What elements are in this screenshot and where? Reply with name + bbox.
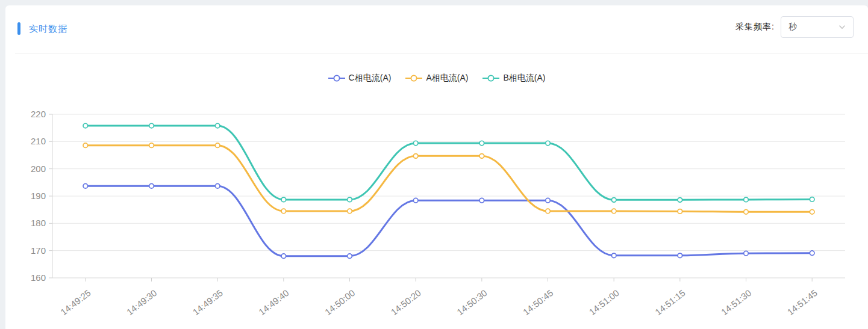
data-point-marker[interactable] — [611, 253, 616, 258]
series-line — [86, 186, 812, 256]
data-point-marker[interactable] — [215, 183, 220, 188]
y-axis-label: 190 — [31, 191, 46, 201]
data-point-marker[interactable] — [215, 143, 220, 148]
data-point-marker[interactable] — [810, 251, 814, 256]
data-point-marker[interactable] — [149, 183, 154, 188]
data-point-marker[interactable] — [678, 253, 682, 258]
x-axis-label: 14:50:20 — [389, 287, 423, 317]
x-axis-label: 14:49:25 — [58, 287, 92, 317]
y-axis-label: 170 — [31, 245, 46, 256]
data-point-marker[interactable] — [348, 254, 352, 259]
data-point-marker[interactable] — [744, 209, 749, 214]
data-point-marker[interactable] — [611, 209, 616, 214]
data-point-marker[interactable] — [413, 154, 418, 159]
data-point-marker[interactable] — [479, 141, 484, 146]
data-point-marker[interactable] — [744, 197, 749, 202]
data-point-marker[interactable] — [611, 198, 616, 203]
x-axis-label: 14:51:30 — [719, 287, 753, 317]
x-axis-label: 14:49:30 — [125, 287, 158, 317]
data-point-marker[interactable] — [149, 123, 154, 128]
data-point-marker[interactable] — [546, 198, 551, 203]
data-point-marker[interactable] — [810, 197, 814, 202]
data-point-marker[interactable] — [479, 198, 484, 203]
page: { "header": { "title": "实时数据", "frequenc… — [0, 0, 868, 329]
data-point-marker[interactable] — [281, 209, 286, 214]
data-point-marker[interactable] — [83, 143, 88, 148]
data-point-marker[interactable] — [744, 251, 749, 256]
data-point-marker[interactable] — [413, 141, 418, 146]
x-axis-label: 14:50:30 — [455, 287, 489, 317]
x-axis-label: 14:51:15 — [653, 287, 687, 317]
chart-canvas[interactable]: 16017018019020021022014:49:2514:49:3014:… — [5, 5, 868, 329]
x-axis-label: 14:50:45 — [521, 287, 555, 317]
y-axis-label: 210 — [31, 136, 46, 146]
data-point-marker[interactable] — [678, 198, 682, 203]
y-axis-label: 160 — [31, 272, 46, 283]
data-point-marker[interactable] — [678, 209, 682, 214]
data-point-marker[interactable] — [479, 154, 484, 159]
x-axis-label: 14:51:00 — [587, 287, 621, 317]
data-point-marker[interactable] — [413, 198, 418, 203]
y-axis-label: 180 — [31, 218, 46, 228]
realtime-data-card: 实时数据 采集频率: 秒 C相电流(A)A相电流(A)B相电流(A) 16017… — [5, 5, 868, 329]
data-point-marker[interactable] — [348, 209, 352, 214]
x-axis-label: 14:49:35 — [191, 287, 225, 317]
x-axis-label: 14:50:00 — [323, 287, 357, 317]
data-point-marker[interactable] — [281, 197, 286, 202]
data-point-marker[interactable] — [149, 143, 154, 148]
data-point-marker[interactable] — [281, 254, 286, 259]
y-axis-label: 200 — [31, 164, 46, 174]
series-line — [86, 126, 812, 200]
data-point-marker[interactable] — [215, 123, 220, 128]
data-point-marker[interactable] — [546, 209, 551, 214]
x-axis-label: 14:51:45 — [785, 287, 819, 317]
data-point-marker[interactable] — [83, 183, 88, 188]
data-point-marker[interactable] — [546, 141, 551, 146]
y-axis-label: 220 — [31, 109, 46, 119]
series-line — [86, 146, 812, 212]
data-point-marker[interactable] — [348, 197, 352, 202]
x-axis-label: 14:49:40 — [257, 287, 290, 317]
data-point-marker[interactable] — [810, 209, 814, 214]
data-point-marker[interactable] — [83, 123, 88, 128]
